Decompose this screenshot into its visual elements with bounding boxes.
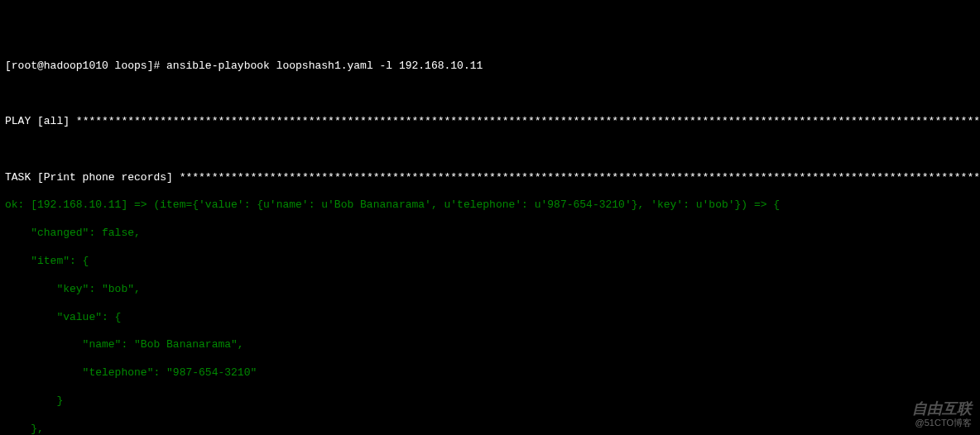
blank-line xyxy=(5,143,975,157)
task-item-open-1: "item": { xyxy=(5,255,975,269)
shell-prompt: [root@hadoop1010 loops]# xyxy=(5,60,160,72)
task-value-open-1: "value": { xyxy=(5,311,975,325)
task-header: TASK [Print phone records] *************… xyxy=(5,171,975,185)
command-prompt-line: [root@hadoop1010 loops]# ansible-playboo… xyxy=(5,60,975,74)
task-name-1: "name": "Bob Bananarama", xyxy=(5,338,975,352)
blank-line xyxy=(5,87,975,101)
task-changed-1: "changed": false, xyxy=(5,227,975,241)
play-header: PLAY [all] *****************************… xyxy=(5,115,975,129)
task-key-1: "key": "bob", xyxy=(5,283,975,297)
task-ok-line-1: ok: [192.168.10.11] => (item={'value': {… xyxy=(5,198,975,213)
shell-command: ansible-playbook loopshash1.yaml -l 192.… xyxy=(166,60,483,72)
watermark-logo: 自由互联 xyxy=(912,399,972,418)
watermark-text: @51CTO博客 xyxy=(915,417,972,428)
task-telephone-1: "telephone": "987-654-3210" xyxy=(5,366,975,380)
task-item-close-1: }, xyxy=(5,423,975,435)
task-value-close-1: } xyxy=(5,394,975,409)
